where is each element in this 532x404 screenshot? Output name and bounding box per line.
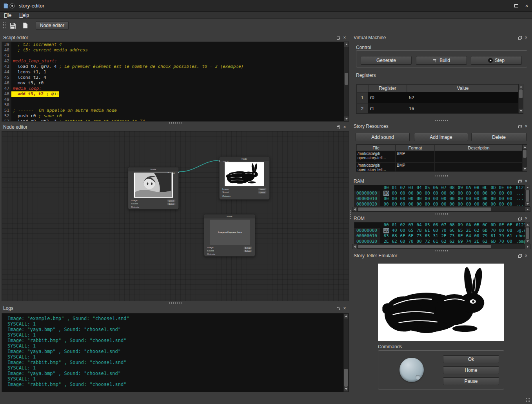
menu-help[interactable]: Help: [15, 12, 33, 18]
float-panel-button[interactable]: [336, 125, 341, 129]
scroll-down-button[interactable]: [523, 167, 527, 171]
hex-byte[interactable]: 61: [433, 239, 438, 244]
splitter-node-logs[interactable]: [2, 301, 349, 304]
hex-byte[interactable]: 6E: [458, 233, 463, 239]
hex-byte[interactable]: 70: [441, 228, 447, 233]
float-panel-button[interactable]: [517, 35, 523, 40]
delete-button[interactable]: Delete: [471, 133, 527, 141]
maximize-button[interactable]: [511, 2, 521, 10]
hex-byte[interactable]: 61: [507, 233, 512, 239]
code-line[interactable]: 43load t0, @r0, 4 ; Le premier élément e…: [2, 64, 349, 69]
new-file-button[interactable]: [20, 20, 30, 31]
hex-row[interactable]: 0000000000000000000000000000000000000000…: [354, 191, 525, 196]
hex-byte[interactable]: 73: [449, 233, 455, 239]
hex-byte[interactable]: 61: [490, 233, 496, 239]
hex-byte[interactable]: 00: [408, 196, 414, 202]
title-bar[interactable]: story-editor – ×: [0, 0, 532, 12]
ram-header[interactable]: RAM ×: [352, 178, 530, 184]
hex-byte[interactable]: 00: [482, 196, 488, 202]
hex-byte[interactable]: 00: [490, 191, 496, 196]
hex-byte[interactable]: 62: [441, 239, 447, 244]
splitter-vm-resources[interactable]: [352, 118, 530, 122]
hex-byte[interactable]: 2E: [466, 228, 471, 233]
scroll-down-button[interactable]: [525, 239, 530, 244]
hex-byte[interactable]: 62: [449, 239, 455, 244]
hex-byte[interactable]: 00: [458, 202, 463, 207]
hex-byte[interactable]: 00: [490, 196, 496, 202]
hex-byte[interactable]: 65: [425, 233, 430, 239]
hex-row[interactable]: 0000001000000000000000000000000000000000…: [354, 196, 525, 202]
registers-scrollbar[interactable]: [518, 84, 523, 114]
float-panel-button[interactable]: [336, 306, 341, 311]
description-cell[interactable]: [435, 163, 522, 172]
code-line[interactable]: 51; ------ On appelle un autre media nod…: [2, 108, 349, 113]
select-image-button[interactable]: Select: [243, 246, 252, 249]
scroll-up-button[interactable]: [344, 314, 348, 318]
node-editor-header[interactable]: Node editor ×: [2, 124, 349, 130]
hex-byte[interactable]: 00: [400, 196, 405, 202]
toolbar-grip[interactable]: [3, 22, 5, 29]
hex-byte[interactable]: 00: [392, 191, 397, 196]
media-node-1[interactable]: Node Port Out Image Sel: [128, 167, 179, 209]
hex-byte[interactable]: 00: [507, 239, 512, 244]
close-panel-button[interactable]: ×: [523, 35, 529, 40]
resources-table[interactable]: FileFormatDescription/mnt/data/git/open-…: [356, 144, 522, 172]
rom-hscrollbar[interactable]: [352, 244, 530, 249]
code-line[interactable]: 50: [2, 102, 349, 108]
virtual-machine-header[interactable]: Virtual Machine ×: [352, 35, 530, 41]
column-header[interactable]: Description: [435, 145, 522, 151]
logs-content[interactable]: Image: "example.bmp" , Sound: "choose1.s…: [2, 313, 349, 392]
close-panel-button[interactable]: ×: [523, 124, 529, 129]
hex-byte[interactable]: 00: [425, 191, 430, 196]
file-cell[interactable]: /mnt/data/git/open-story-tell…: [356, 151, 396, 163]
close-button[interactable]: ×: [521, 2, 532, 10]
register-value-cell[interactable]: 16: [407, 103, 518, 114]
rom-vscrollbar[interactable]: [525, 222, 530, 244]
float-panel-button[interactable]: [517, 179, 523, 184]
scroll-thumb[interactable]: [345, 73, 348, 85]
output-port[interactable]: [178, 171, 180, 173]
select-image-button[interactable]: Select: [258, 188, 267, 191]
scroll-down-button[interactable]: [519, 109, 523, 113]
hex-byte[interactable]: 62: [392, 239, 397, 244]
hex-byte[interactable]: 00: [408, 202, 414, 207]
hex-byte[interactable]: 00: [490, 202, 496, 207]
build-button[interactable]: Build: [416, 56, 467, 65]
resources-scrollbar[interactable]: [522, 144, 527, 172]
splitter-ram-rom[interactable]: [352, 212, 530, 215]
code-line[interactable]: 39; t2: increment 4: [2, 42, 349, 47]
hex-byte[interactable]: 00: [474, 196, 479, 202]
close-panel-button[interactable]: ×: [523, 216, 529, 221]
hex-byte[interactable]: 00: [441, 191, 447, 196]
hex-byte[interactable]: 00: [474, 191, 479, 196]
hex-byte[interactable]: 00: [416, 196, 422, 202]
code-line[interactable]: 42media_loop_start:: [2, 58, 349, 64]
hex-byte[interactable]: 6C: [449, 228, 455, 233]
hex-byte[interactable]: 00: [433, 202, 438, 207]
node-editor-toggle-button[interactable]: Node editor: [36, 21, 69, 30]
menu-file[interactable]: File: [0, 12, 15, 18]
register-value-cell[interactable]: 52: [407, 92, 518, 103]
hex-byte[interactable]: 00: [425, 196, 430, 202]
command-knob[interactable]: [399, 358, 424, 382]
media-node-2[interactable]: Node Port In Image Select Sound Select O…: [219, 157, 270, 200]
hex-byte[interactable]: 00: [507, 196, 512, 202]
format-cell[interactable]: BMP: [396, 163, 435, 172]
code-line[interactable]: 52push r0 ; save r0: [2, 113, 349, 119]
code-line[interactable]: 47media_loop:: [2, 86, 349, 91]
hex-byte[interactable]: 00: [466, 202, 471, 207]
hex-byte[interactable]: 64: [466, 233, 471, 239]
scroll-thumb[interactable]: [526, 190, 529, 202]
code-line[interactable]: 41: [2, 53, 349, 58]
hex-byte[interactable]: 00: [441, 202, 447, 207]
ok-button[interactable]: Ok: [443, 355, 499, 363]
rom-header[interactable]: ROM ×: [352, 215, 530, 222]
hex-byte[interactable]: 70: [408, 239, 414, 244]
column-header[interactable]: File: [356, 145, 396, 151]
close-panel-button[interactable]: ×: [523, 253, 529, 258]
row-header[interactable]: 2: [356, 103, 368, 114]
hex-byte[interactable]: 6D: [482, 228, 488, 233]
register-name-cell[interactable]: r1: [368, 103, 407, 114]
hex-byte[interactable]: 00: [383, 196, 389, 202]
hex-byte[interactable]: 00: [466, 196, 471, 202]
